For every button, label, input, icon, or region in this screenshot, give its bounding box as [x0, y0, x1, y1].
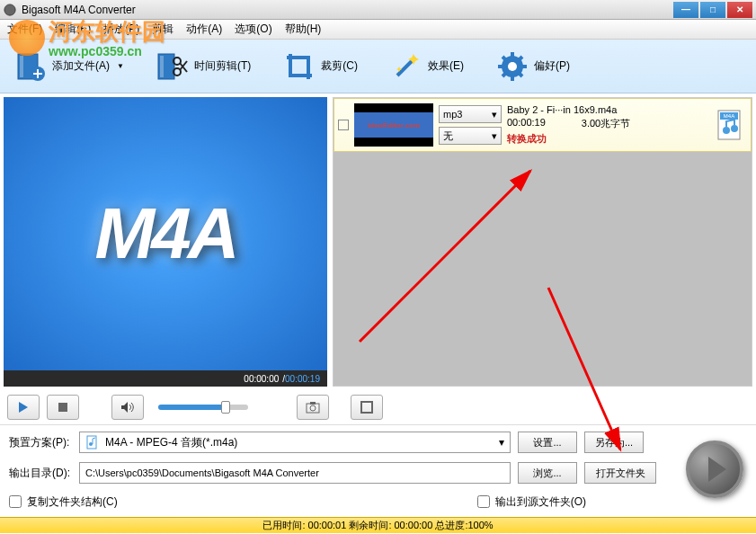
- player-controls: [0, 390, 756, 424]
- format-dropdown[interactable]: mp3 ▾: [439, 105, 502, 123]
- convert-button[interactable]: [686, 441, 743, 498]
- svg-text:M4A: M4A: [724, 113, 734, 119]
- close-button[interactable]: ✕: [727, 2, 752, 18]
- bottom-panel: 预置方案(P): M4A - MPEG-4 音频(*.m4a) ▾ 设置... …: [0, 424, 756, 517]
- preview-panel: M4A 00:00:00 / 00:00:19: [4, 97, 327, 387]
- music-file-icon: [85, 435, 100, 449]
- file-info: Baby 2 - Fi···in 16x9.m4a 00:00:19 3.00兆…: [507, 104, 709, 146]
- play-button[interactable]: [7, 395, 40, 420]
- svg-point-21: [89, 442, 93, 446]
- svg-rect-18: [310, 402, 316, 405]
- play-triangle-icon: [708, 457, 726, 482]
- add-file-label: 添加文件(A): [52, 58, 110, 74]
- menu-play[interactable]: 播放(P): [103, 22, 139, 37]
- dropdown-arrow-icon: ▼: [117, 62, 124, 70]
- crop-label: 裁剪(C): [321, 58, 358, 74]
- current-time: 00:00:00: [244, 374, 279, 384]
- file-format-controls: mp3 ▾ 无 ▾: [439, 105, 502, 145]
- effect-button[interactable]: 效果(E): [390, 50, 464, 83]
- output-to-source-checkbox[interactable]: 输出到源文件夹(O): [477, 492, 586, 512]
- gear-icon: [496, 50, 529, 83]
- speaker-icon: [120, 401, 135, 414]
- file-list-panel: idooEditor.com mp3 ▾ 无 ▾ Baby 2 - Fi···i…: [333, 97, 752, 387]
- window-title: Bigasoft M4A Converter: [22, 4, 673, 16]
- stop-icon: [57, 401, 69, 414]
- crop-icon: [283, 50, 316, 83]
- output-to-source-input[interactable]: [477, 495, 490, 508]
- menu-action[interactable]: 动作(A): [186, 22, 222, 37]
- chevron-down-icon: ▾: [499, 436, 504, 449]
- menu-edit[interactable]: 编辑(E): [55, 22, 91, 37]
- toolbar: 添加文件(A) ▼ 时间剪辑(T) 裁剪(C) 效果(E) 偏好(P): [0, 40, 756, 93]
- file-size: 3.00兆字节: [582, 117, 630, 130]
- preferences-button[interactable]: 偏好(P): [496, 50, 570, 83]
- volume-thumb[interactable]: [221, 401, 230, 414]
- file-thumbnail: idooEditor.com: [354, 103, 433, 147]
- chevron-down-icon: ▾: [492, 109, 497, 120]
- profile-label: 预置方案(P):: [9, 435, 72, 450]
- output-row: 输出目录(D): 浏览... 打开文件夹: [9, 461, 747, 485]
- preview-time-display: 00:00:00 / 00:00:19: [4, 370, 327, 387]
- camera-icon: [306, 401, 320, 414]
- svg-rect-19: [361, 402, 372, 413]
- main-area: M4A 00:00:00 / 00:00:19 idooEditor.com m…: [0, 93, 756, 390]
- profile-value: M4A - MPEG-4 音频(*.m4a): [105, 435, 494, 450]
- svg-rect-2: [20, 56, 23, 77]
- total-time: 00:00:19: [285, 374, 320, 384]
- secondary-dropdown[interactable]: 无 ▾: [439, 127, 502, 145]
- titlebar: Bigasoft M4A Converter — □ ✕: [0, 0, 756, 20]
- volume-button[interactable]: [111, 395, 144, 420]
- save-as-button[interactable]: 另存为...: [584, 432, 644, 453]
- effect-label: 效果(E): [428, 58, 464, 74]
- output-label: 输出目录(D):: [9, 466, 72, 481]
- profile-dropdown[interactable]: M4A - MPEG-4 音频(*.m4a) ▾: [79, 432, 511, 453]
- thumb-watermark: idooEditor.com: [368, 121, 420, 129]
- svg-point-9: [508, 62, 517, 71]
- open-folder-button[interactable]: 打开文件夹: [584, 462, 656, 484]
- add-file-icon: [14, 50, 47, 83]
- maximize-button[interactable]: □: [700, 2, 725, 18]
- file-name: Baby 2 - Fi···in 16x9.m4a: [507, 104, 709, 115]
- window-controls: — □ ✕: [673, 2, 752, 18]
- crop-button[interactable]: 裁剪(C): [283, 50, 358, 83]
- m4a-logo: M4A: [95, 192, 236, 275]
- svg-rect-5: [160, 56, 164, 77]
- settings-button[interactable]: 设置...: [518, 432, 577, 453]
- stop-button[interactable]: [47, 395, 79, 420]
- snapshot-button[interactable]: [297, 395, 329, 420]
- svg-point-0: [4, 4, 15, 14]
- minimize-button[interactable]: —: [673, 2, 698, 18]
- file-status: 转换成功: [507, 132, 709, 146]
- volume-slider[interactable]: [158, 405, 248, 410]
- menu-file[interactable]: 文件(F): [7, 22, 42, 37]
- menu-options[interactable]: 选项(O): [235, 22, 271, 37]
- add-file-button[interactable]: 添加文件(A) ▼: [14, 50, 124, 83]
- fullscreen-icon: [360, 401, 373, 414]
- pref-label: 偏好(P): [534, 58, 570, 74]
- copy-structure-checkbox[interactable]: 复制文件夹结构(C): [9, 492, 118, 512]
- file-list-item[interactable]: idooEditor.com mp3 ▾ 无 ▾ Baby 2 - Fi···i…: [334, 98, 752, 152]
- app-icon: [4, 4, 16, 16]
- fullscreen-button[interactable]: [351, 395, 383, 420]
- menubar: 文件(F) 编辑(E) 播放(P) 剪辑 动作(A) 选项(O) 帮助(H): [0, 20, 756, 40]
- profile-row: 预置方案(P): M4A - MPEG-4 音频(*.m4a) ▾ 设置... …: [9, 431, 747, 454]
- browse-button[interactable]: 浏览...: [518, 462, 577, 484]
- menu-help[interactable]: 帮助(H): [285, 22, 322, 37]
- svg-point-14: [731, 125, 738, 132]
- svg-point-13: [723, 127, 730, 134]
- trim-label: 时间剪辑(T): [194, 58, 251, 74]
- menu-trim[interactable]: 剪辑: [152, 22, 173, 37]
- wand-icon: [390, 50, 422, 83]
- copy-structure-input[interactable]: [9, 495, 22, 508]
- progress-text: 已用时间: 00:00:01 剩余时间: 00:00:00 总进度:100%: [262, 519, 493, 532]
- file-duration: 00:00:19: [507, 117, 546, 130]
- svg-rect-15: [58, 403, 67, 412]
- file-checkbox[interactable]: [338, 120, 349, 130]
- trim-button[interactable]: 时间剪辑(T): [156, 50, 251, 83]
- output-to-source-label: 输出到源文件夹(O): [495, 494, 586, 510]
- play-icon: [17, 401, 30, 414]
- chevron-down-icon: ▾: [492, 130, 497, 142]
- svg-point-17: [310, 405, 316, 411]
- progress-bar: 已用时间: 00:00:01 剩余时间: 00:00:00 总进度:100%: [0, 517, 756, 533]
- output-path-input[interactable]: [79, 462, 511, 484]
